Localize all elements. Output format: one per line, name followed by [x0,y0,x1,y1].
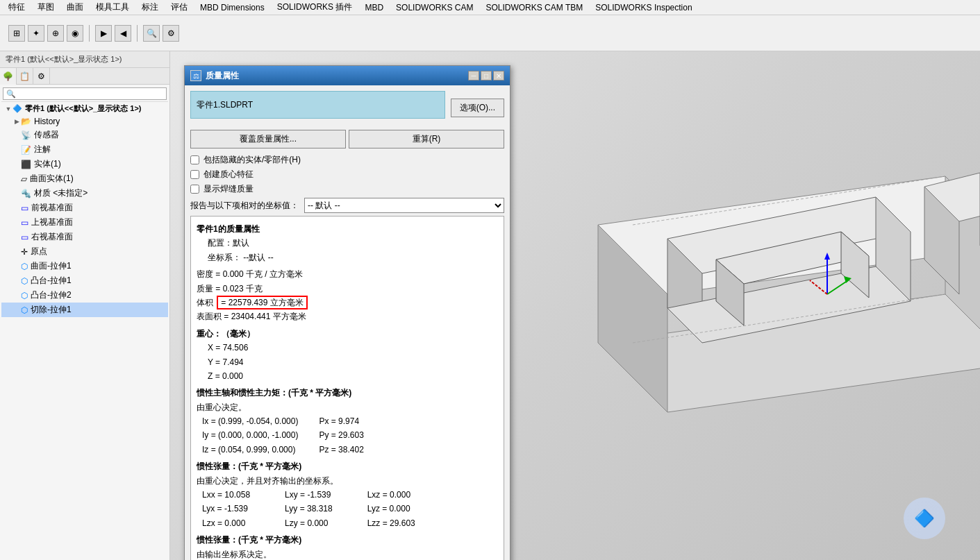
tree-item-part[interactable]: ▼ 🔷 零件1 (默认<<默认>_显示状态 1>) [1,102,168,115]
annotation-icon: 📝 [21,145,31,155]
toolbar-btn[interactable]: 🔍 [143,25,160,42]
tab-feature-tree[interactable]: 🌳 [0,68,17,85]
inertia-axes-sub: 由重心决定。 [197,400,498,414]
tree-item-boss-extrude1[interactable]: ⬡ 凸台-拉伸1 [1,273,168,288]
menu-mbd[interactable]: MBD [359,1,389,14]
include-hidden-row: 包括隐藏的实体/零部件(H) [190,154,504,166]
boss-icon2: ⬡ [21,291,28,300]
lzy-line: Lzy = 0.000 [285,516,333,530]
tree-item-top-plane[interactable]: ▭ 上视基准面 [1,215,168,230]
plane-icon3: ▭ [21,232,28,242]
dialog-title-text: 质量属性 [206,70,239,82]
boss-icon1: ⬡ [21,276,28,286]
tree-item-right-plane[interactable]: ▭ 右视基准面 [1,230,168,244]
origin-label: 原点 [31,246,47,257]
volume-value-highlighted: = 22579.439 立方毫米 [217,296,307,309]
history-label: History [34,117,60,126]
tree-item-annotation[interactable]: 📝 注解 [1,142,168,157]
solid-icon: ⬛ [21,160,31,169]
menu-sw-cam[interactable]: SOLIDWORKS CAM [390,1,479,14]
menu-features[interactable]: 特征 [3,0,31,15]
tree-item-front-plane[interactable]: ▭ 前视基准面 [1,201,168,215]
tree-item-origin[interactable]: ✛ 原点 [1,244,168,259]
tab-config[interactable]: ⚙ [33,68,50,85]
plane-icon: ▭ [21,203,28,213]
menu-sketch[interactable]: 草图 [32,0,60,15]
coord-label: 报告与以下项相对的坐标值： [190,200,299,212]
menu-bar: 特征 草图 曲面 模具工具 标注 评估 MBD Dimensions SOLID… [0,0,980,15]
cz-line: Z = 0.000 [197,369,498,383]
sensor-label: 传感器 [34,129,59,141]
menu-annotation[interactable]: 标注 [136,0,164,15]
tree-item-surface[interactable]: ▱ 曲面实体(1) [1,171,168,186]
left-panel-header: 零件1 (默认<<默认>_显示状态 1>) [0,51,169,68]
tree-item-boss-extrude2[interactable]: ⬡ 凸台-拉伸2 [1,288,168,303]
boss-extrude1-label: 凸台-拉伸1 [31,275,72,287]
create-feature-checkbox[interactable] [190,170,199,179]
lzx-line: Lzx = 0.000 [202,516,250,530]
tree-filter[interactable]: 🔍 [3,87,167,100]
pz-line: Pz = 38.402 [319,443,363,457]
coord-select[interactable]: -- 默认 -- [304,198,504,213]
dialog-window-controls: ─ □ ✕ [468,71,504,80]
toolbar-btn[interactable]: ▶ [95,25,112,42]
main-layout: 零件1 (默认<<默认>_显示状态 1>) 🌳 📋 ⚙ 🔍 ▼ 🔷 零件1 (默… [0,51,980,560]
recalc-button[interactable]: 重算(R) [349,130,504,149]
dialog-titlebar: ⚖ 质量属性 ─ □ ✕ [185,66,510,85]
centroid-title: 重心：（毫米） [197,327,498,341]
right-content: 🔷 ⚖ 质量属性 ─ □ ✕ [170,51,980,560]
tree-item-surface-extrude1[interactable]: ⬡ 曲面-拉伸1 [1,259,168,273]
front-plane-label: 前视基准面 [31,202,73,214]
toolbar-btn[interactable]: ◀ [115,25,131,42]
toolbar-btn[interactable]: ✦ [28,25,44,42]
tree-item-history[interactable]: ▶ 📂 History [1,115,168,128]
menu-mold[interactable]: 模具工具 [90,0,135,15]
tree-item-material[interactable]: 🔩 材质 <未指定> [1,186,168,201]
annotation-label: 注解 [34,144,51,155]
cut-icon: ⬡ [21,305,28,315]
close-button[interactable]: ✕ [493,71,504,80]
create-feature-label: 创建质心特征 [204,169,254,180]
dialog-overlay: ⚖ 质量属性 ─ □ ✕ 零件1.SLDPRT 选项 [184,65,510,560]
toolbar-btn[interactable]: ⊕ [47,25,64,42]
toolbar-btn[interactable]: ◉ [67,25,83,42]
toolbar-btn[interactable]: ⚙ [163,25,179,42]
tab-properties[interactable]: 📋 [17,68,33,85]
expand-icon: ▼ [4,105,13,113]
tree-item-solid[interactable]: ⬛ 实体(1) [1,157,168,171]
ix-vec-line: Ix = (0.999, -0.054, 0.000) [202,414,298,428]
inertia-output-title: 惯性张量：(千克 * 平方毫米) [197,533,498,547]
menu-surface[interactable]: 曲面 [61,0,89,15]
include-hidden-checkbox[interactable] [190,155,199,164]
tree-item-sensor[interactable]: 📡 传感器 [1,128,168,142]
override-button[interactable]: 覆盖质量属性... [190,130,346,149]
feature-icon: ⬡ [21,262,28,271]
part-label: 零件1 (默认<<默认>_显示状态 1>) [25,103,142,114]
minimize-button[interactable]: ─ [468,71,479,80]
inertia-centroid-sub: 由重心决定，并且对齐输出的坐标系。 [197,474,498,488]
show-weld-checkbox[interactable] [190,185,199,194]
menu-sw-inspection[interactable]: SOLIDWORKS Inspection [590,1,697,14]
history-icon: 📂 [21,117,31,126]
left-panel: 零件1 (默认<<默认>_显示状态 1>) 🌳 📋 ⚙ 🔍 ▼ 🔷 零件1 (默… [0,51,170,560]
inertia-axes-title: 惯性主轴和惯性主力矩：(千克 * 平方毫米) [197,386,498,400]
menu-sw-plugins[interactable]: SOLIDWORKS 插件 [272,0,358,15]
sensor-icon: 📡 [21,130,31,140]
show-weld-row: 显示焊缝质量 [190,183,504,195]
toolbar-btn[interactable]: ⊞ [8,25,25,42]
menu-evaluate[interactable]: 评估 [165,0,193,15]
properties-section: 零件1的质量属性 配置：默认 坐标系： --默认 -- 密度 = 0.000 千… [190,216,504,560]
coord-sys-line: 坐标系： --默认 -- [197,251,498,264]
maximize-button[interactable]: □ [481,71,492,80]
plane-icon2: ▭ [21,218,28,228]
menu-sw-cam-tbm[interactable]: SOLIDWORKS CAM TBM [480,1,588,14]
options-button[interactable]: 选项(O)... [451,99,504,117]
menu-mbd-dim[interactable]: MBD Dimensions [194,1,270,14]
tree-item-cut-extrude1[interactable]: ⬡ 切除-拉伸1 [1,303,168,317]
boss-extrude2-label: 凸台-拉伸2 [31,289,72,301]
surface-area-line: 表面积 = 23404.441 平方毫米 [197,309,498,323]
dialog-title-section: ⚖ 质量属性 [190,70,239,82]
lyz-line: Lyz = 0.000 [367,502,415,516]
material-label: 材质 <未指定> [34,187,88,199]
part-icon: 🔷 [13,104,22,113]
